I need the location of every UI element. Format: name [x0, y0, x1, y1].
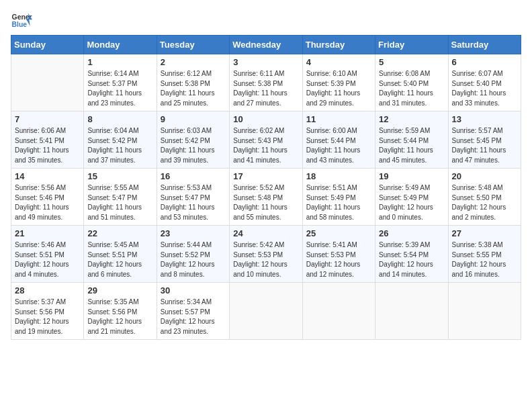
day-number: 9 [161, 114, 226, 124]
day-cell: 17Sunrise: 5:52 AMSunset: 5:48 PMDayligh… [230, 169, 302, 226]
day-info: Sunrise: 5:41 AMSunset: 5:53 PMDaylight:… [306, 240, 371, 279]
day-number: 23 [161, 228, 226, 238]
day-cell: 23Sunrise: 5:44 AMSunset: 5:52 PMDayligh… [157, 226, 229, 283]
day-number: 21 [15, 228, 80, 238]
day-cell: 22Sunrise: 5:45 AMSunset: 5:51 PMDayligh… [84, 226, 157, 283]
day-cell: 9Sunrise: 6:03 AMSunset: 5:42 PMDaylight… [157, 111, 229, 169]
day-info: Sunrise: 5:44 AMSunset: 5:52 PMDaylight:… [161, 240, 226, 279]
day-number: 12 [379, 114, 444, 124]
day-info: Sunrise: 5:45 AMSunset: 5:51 PMDaylight:… [87, 240, 152, 279]
day-info: Sunrise: 5:57 AMSunset: 5:45 PMDaylight:… [452, 126, 517, 165]
day-cell: 10Sunrise: 6:02 AMSunset: 5:43 PMDayligh… [230, 111, 302, 169]
day-cell: 25Sunrise: 5:41 AMSunset: 5:53 PMDayligh… [302, 226, 375, 283]
week-row-3: 14Sunrise: 5:56 AMSunset: 5:46 PMDayligh… [11, 169, 521, 226]
day-number: 5 [379, 57, 444, 67]
day-cell: 12Sunrise: 5:59 AMSunset: 5:44 PMDayligh… [375, 111, 448, 169]
day-number: 15 [87, 171, 152, 181]
header-cell-sunday: Sunday [11, 36, 84, 54]
day-number: 18 [306, 171, 371, 181]
day-cell: 29Sunrise: 5:35 AMSunset: 5:56 PMDayligh… [84, 283, 157, 340]
day-number: 6 [452, 57, 517, 67]
day-cell: 8Sunrise: 6:04 AMSunset: 5:42 PMDaylight… [84, 111, 157, 169]
day-info: Sunrise: 5:34 AMSunset: 5:57 PMDaylight:… [161, 298, 226, 336]
day-cell: 28Sunrise: 5:37 AMSunset: 5:56 PMDayligh… [11, 283, 84, 340]
day-number: 16 [161, 171, 226, 181]
day-cell [230, 283, 302, 340]
day-info: Sunrise: 6:11 AMSunset: 5:38 PMDaylight:… [233, 69, 298, 108]
day-info: Sunrise: 5:37 AMSunset: 5:56 PMDaylight:… [15, 298, 80, 336]
day-info: Sunrise: 5:42 AMSunset: 5:53 PMDaylight:… [233, 240, 298, 279]
day-info: Sunrise: 6:07 AMSunset: 5:40 PMDaylight:… [452, 69, 517, 108]
day-info: Sunrise: 6:12 AMSunset: 5:38 PMDaylight:… [161, 69, 226, 108]
page-header: General Blue [11, 11, 521, 30]
day-cell: 11Sunrise: 6:00 AMSunset: 5:44 PMDayligh… [302, 111, 375, 169]
day-cell: 27Sunrise: 5:38 AMSunset: 5:55 PMDayligh… [448, 226, 521, 283]
day-cell [302, 283, 375, 340]
header-cell-thursday: Thursday [302, 36, 375, 54]
day-cell: 30Sunrise: 5:34 AMSunset: 5:57 PMDayligh… [157, 283, 229, 340]
day-cell: 5Sunrise: 6:08 AMSunset: 5:40 PMDaylight… [375, 54, 448, 111]
day-number: 1 [87, 57, 152, 67]
day-number: 29 [87, 285, 152, 295]
day-cell [448, 283, 521, 340]
day-cell: 26Sunrise: 5:39 AMSunset: 5:54 PMDayligh… [375, 226, 448, 283]
header-cell-friday: Friday [375, 36, 448, 54]
day-info: Sunrise: 6:03 AMSunset: 5:42 PMDaylight:… [161, 126, 226, 165]
day-cell: 1Sunrise: 6:14 AMSunset: 5:37 PMDaylight… [84, 54, 157, 111]
day-info: Sunrise: 5:46 AMSunset: 5:51 PMDaylight:… [15, 240, 80, 279]
day-number: 10 [233, 114, 298, 124]
day-cell: 3Sunrise: 6:11 AMSunset: 5:38 PMDaylight… [230, 54, 302, 111]
day-cell: 20Sunrise: 5:48 AMSunset: 5:50 PMDayligh… [448, 169, 521, 226]
day-number: 20 [452, 171, 517, 181]
day-info: Sunrise: 5:48 AMSunset: 5:50 PMDaylight:… [452, 183, 517, 222]
day-cell: 13Sunrise: 5:57 AMSunset: 5:45 PMDayligh… [448, 111, 521, 169]
day-number: 25 [306, 228, 371, 238]
day-number: 30 [161, 285, 226, 295]
day-cell: 2Sunrise: 6:12 AMSunset: 5:38 PMDaylight… [157, 54, 229, 111]
day-cell: 7Sunrise: 6:06 AMSunset: 5:41 PMDaylight… [11, 111, 84, 169]
day-cell: 18Sunrise: 5:51 AMSunset: 5:49 PMDayligh… [302, 169, 375, 226]
day-info: Sunrise: 5:49 AMSunset: 5:49 PMDaylight:… [379, 183, 444, 222]
day-cell: 16Sunrise: 5:53 AMSunset: 5:47 PMDayligh… [157, 169, 229, 226]
day-cell: 6Sunrise: 6:07 AMSunset: 5:40 PMDaylight… [448, 54, 521, 111]
day-info: Sunrise: 6:00 AMSunset: 5:44 PMDaylight:… [306, 126, 371, 165]
day-info: Sunrise: 6:08 AMSunset: 5:40 PMDaylight:… [379, 69, 444, 108]
day-number: 14 [15, 171, 80, 181]
week-row-5: 28Sunrise: 5:37 AMSunset: 5:56 PMDayligh… [11, 283, 521, 340]
logo: General Blue [11, 11, 32, 30]
day-cell: 19Sunrise: 5:49 AMSunset: 5:49 PMDayligh… [375, 169, 448, 226]
calendar-table: SundayMondayTuesdayWednesdayThursdayFrid… [11, 35, 521, 340]
day-info: Sunrise: 5:51 AMSunset: 5:49 PMDaylight:… [306, 183, 371, 222]
header-cell-wednesday: Wednesday [230, 36, 302, 54]
day-number: 7 [15, 114, 80, 124]
day-cell: 24Sunrise: 5:42 AMSunset: 5:53 PMDayligh… [230, 226, 302, 283]
day-number: 26 [379, 228, 444, 238]
day-cell: 15Sunrise: 5:55 AMSunset: 5:47 PMDayligh… [84, 169, 157, 226]
day-info: Sunrise: 5:38 AMSunset: 5:55 PMDaylight:… [452, 240, 517, 279]
day-number: 27 [452, 228, 517, 238]
day-info: Sunrise: 5:39 AMSunset: 5:54 PMDaylight:… [379, 240, 444, 279]
day-info: Sunrise: 5:59 AMSunset: 5:44 PMDaylight:… [379, 126, 444, 165]
day-info: Sunrise: 5:55 AMSunset: 5:47 PMDaylight:… [87, 183, 152, 222]
logo-icon: General Blue [11, 11, 32, 30]
header-cell-saturday: Saturday [448, 36, 521, 54]
day-cell [11, 54, 84, 111]
day-cell: 14Sunrise: 5:56 AMSunset: 5:46 PMDayligh… [11, 169, 84, 226]
day-info: Sunrise: 6:10 AMSunset: 5:39 PMDaylight:… [306, 69, 371, 108]
day-number: 22 [87, 228, 152, 238]
day-info: Sunrise: 6:04 AMSunset: 5:42 PMDaylight:… [87, 126, 152, 165]
day-number: 19 [379, 171, 444, 181]
week-row-1: 1Sunrise: 6:14 AMSunset: 5:37 PMDaylight… [11, 54, 521, 111]
day-cell: 21Sunrise: 5:46 AMSunset: 5:51 PMDayligh… [11, 226, 84, 283]
day-info: Sunrise: 6:14 AMSunset: 5:37 PMDaylight:… [87, 69, 152, 108]
day-info: Sunrise: 6:02 AMSunset: 5:43 PMDaylight:… [233, 126, 298, 165]
day-number: 17 [233, 171, 298, 181]
day-info: Sunrise: 5:52 AMSunset: 5:48 PMDaylight:… [233, 183, 298, 222]
day-info: Sunrise: 6:06 AMSunset: 5:41 PMDaylight:… [15, 126, 80, 165]
day-number: 11 [306, 114, 371, 124]
day-number: 2 [161, 57, 226, 67]
week-row-4: 21Sunrise: 5:46 AMSunset: 5:51 PMDayligh… [11, 226, 521, 283]
day-number: 24 [233, 228, 298, 238]
day-number: 28 [15, 285, 80, 295]
svg-text:Blue: Blue [12, 21, 28, 28]
